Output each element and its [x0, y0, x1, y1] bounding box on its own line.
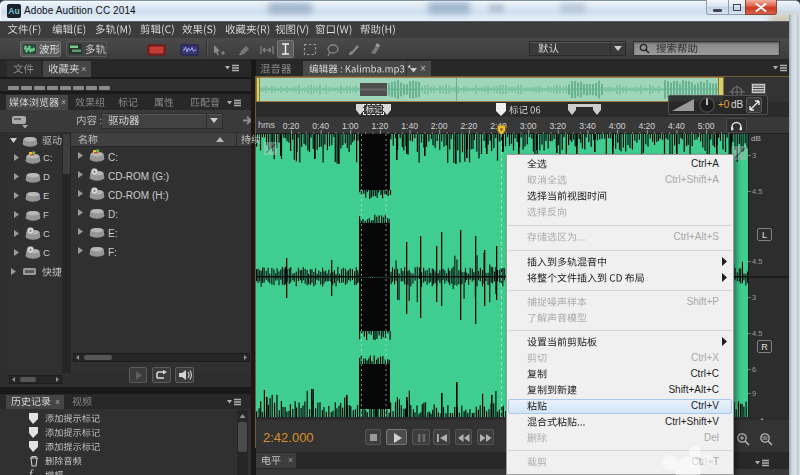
- svg-text:4:00: 4:00: [609, 121, 626, 131]
- svg-text:3:00: 3:00: [520, 121, 537, 131]
- svg-text:5:00: 5:00: [698, 121, 715, 131]
- svg-text:4.5: 4.5: [752, 257, 762, 266]
- svg-text:3:40: 3:40: [579, 121, 596, 131]
- svg-text:2:20: 2:20: [461, 121, 478, 131]
- svg-text:3: 3: [752, 293, 756, 302]
- svg-text:dB: dB: [751, 134, 761, 143]
- svg-text:4.5: 4.5: [752, 187, 762, 196]
- svg-text:1:20: 1:20: [372, 121, 389, 131]
- svg-text:1:00: 1:00: [342, 121, 359, 131]
- svg-text:2:00: 2:00: [431, 121, 448, 131]
- svg-text:3: 3: [752, 151, 756, 160]
- svg-text:6: 6: [752, 365, 756, 374]
- svg-text:0:20: 0:20: [283, 121, 300, 131]
- svg-text:4.5: 4.5: [752, 329, 762, 338]
- svg-text:9: 9: [752, 389, 756, 398]
- svg-text:0:40: 0:40: [312, 121, 329, 131]
- svg-text:3:20: 3:20: [549, 121, 566, 131]
- svg-text:1:40: 1:40: [401, 121, 418, 131]
- svg-text:4:20: 4:20: [638, 121, 655, 131]
- svg-text:4:40: 4:40: [668, 121, 685, 131]
